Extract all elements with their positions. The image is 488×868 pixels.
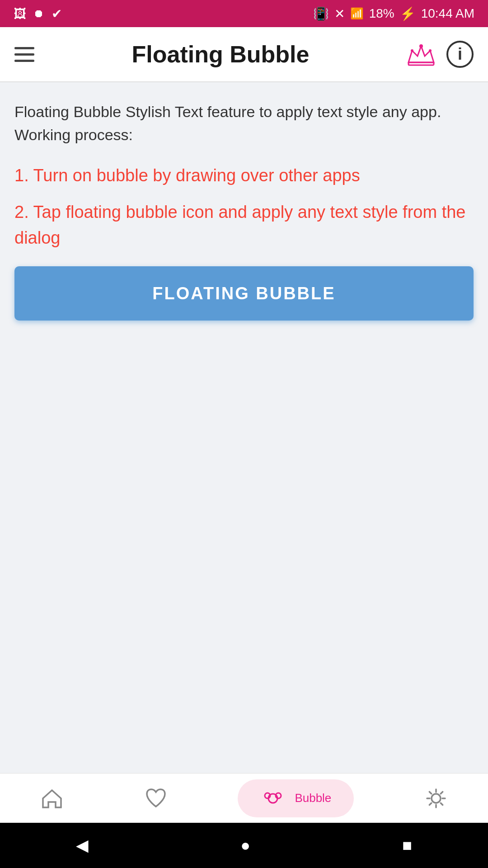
signal-bars-icon: 📶 (350, 7, 364, 20)
home-icon (39, 786, 65, 811)
step-2-text: 2. Tap floating bubble icon and apply an… (14, 199, 474, 251)
record-icon: ⏺ (33, 7, 44, 20)
battery-text: 18% (369, 6, 394, 21)
recent-button[interactable]: ■ (402, 836, 412, 855)
svg-point-2 (411, 49, 413, 52)
app-bar-actions: i (407, 41, 474, 68)
nav-item-favorites[interactable] (134, 781, 178, 816)
bubble-nav-label: Bubble (295, 791, 331, 805)
android-nav-bar: ◀ ● ■ (0, 823, 488, 868)
svg-rect-0 (408, 62, 434, 65)
check-icon: ✔ (52, 6, 62, 21)
svg-point-7 (432, 794, 441, 803)
step-1-text: 1. Turn on bubble by drawing over other … (14, 163, 474, 189)
bottom-navigation: Bubble (0, 773, 488, 823)
menu-button[interactable] (14, 47, 34, 62)
status-icons-right: 📳 ✕ 📶 18% ⚡ 10:44 AM (313, 6, 474, 21)
svg-point-1 (419, 44, 423, 48)
home-button[interactable]: ● (240, 836, 250, 855)
floating-bubble-button[interactable]: FLOATING BUBBLE (14, 266, 474, 321)
nav-item-settings[interactable] (414, 781, 458, 816)
app-bar: Floating Bubble i (0, 27, 488, 81)
bubble-icon (260, 786, 286, 811)
crown-icon[interactable] (407, 42, 436, 66)
heart-icon (143, 786, 169, 811)
signal-icon: ✕ (334, 6, 345, 21)
status-bar: 🖼 ⏺ ✔ 📳 ✕ 📶 18% ⚡ 10:44 AM (0, 0, 488, 27)
intro-text: Floating Bubble Stylish Text feature to … (14, 100, 474, 146)
settings-icon (423, 786, 449, 811)
nav-item-home[interactable] (30, 781, 74, 816)
page-title: Floating Bubble (132, 41, 310, 68)
photo-icon: 🖼 (14, 6, 26, 21)
info-button[interactable]: i (446, 41, 474, 68)
battery-icon: ⚡ (400, 6, 416, 21)
svg-point-3 (429, 49, 432, 52)
back-button[interactable]: ◀ (76, 836, 89, 855)
main-content: Floating Bubble Stylish Text feature to … (0, 82, 488, 339)
vibrate-icon: 📳 (313, 6, 329, 21)
nav-item-bubble[interactable]: Bubble (238, 779, 354, 817)
time: 10:44 AM (421, 6, 474, 21)
status-icons-left: 🖼 ⏺ ✔ (14, 6, 62, 21)
